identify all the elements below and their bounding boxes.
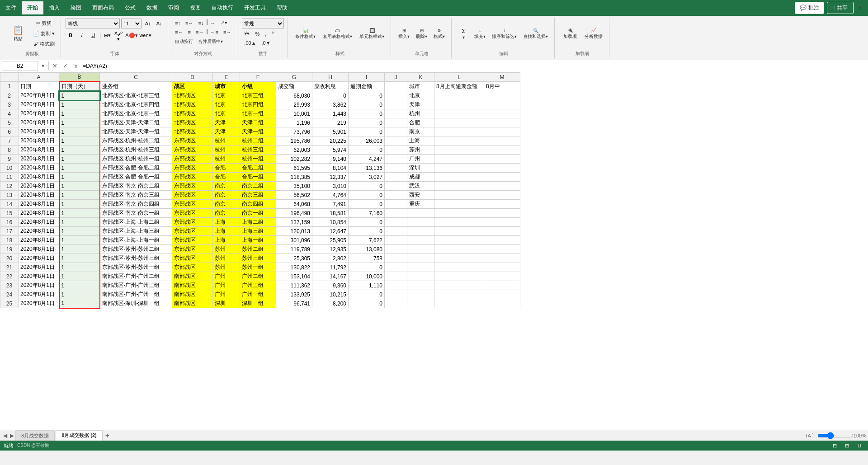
cell-J1[interactable] bbox=[385, 82, 407, 91]
cell-H11[interactable]: 12,337 bbox=[312, 173, 349, 182]
cell-A19[interactable]: 2020年8月1日 bbox=[19, 245, 59, 254]
cell-L10[interactable] bbox=[434, 164, 484, 173]
cell-G20[interactable]: 25,305 bbox=[276, 254, 312, 263]
text-direction-button[interactable]: ↔ bbox=[208, 19, 218, 27]
cell-L9[interactable] bbox=[434, 155, 484, 164]
cell-L8[interactable] bbox=[434, 146, 484, 155]
cell-I22[interactable]: 10,000 bbox=[349, 272, 385, 281]
cell-K12[interactable]: 武汉 bbox=[407, 182, 434, 191]
cell-B9[interactable]: 1 bbox=[59, 155, 100, 164]
tab-insert[interactable]: 插入 bbox=[43, 1, 65, 14]
cell-H15[interactable]: 18,581 bbox=[312, 209, 349, 218]
cell-M4[interactable] bbox=[484, 109, 520, 118]
cell-M5[interactable] bbox=[484, 118, 520, 127]
cell-D14[interactable]: 东部战区 bbox=[172, 200, 213, 209]
cell-D2[interactable]: 北部战区 bbox=[172, 91, 213, 100]
cell-E16[interactable]: 上海 bbox=[213, 218, 240, 227]
align-top-button[interactable]: ≡↑ bbox=[173, 19, 183, 27]
fill-button[interactable]: ↓ 填充▾ bbox=[472, 26, 488, 42]
cell-E25[interactable]: 深圳 bbox=[213, 299, 240, 308]
cell-L14[interactable] bbox=[434, 200, 484, 209]
cell-J10[interactable] bbox=[385, 164, 407, 173]
cell-K13[interactable]: 西安 bbox=[407, 191, 434, 200]
cell-J16[interactable] bbox=[385, 218, 407, 227]
cell-D20[interactable]: 东部战区 bbox=[172, 254, 213, 263]
cell-C15[interactable]: 东部战区-南京-南京一组 bbox=[100, 209, 172, 218]
cell-K9[interactable]: 广州 bbox=[407, 155, 434, 164]
font-size-increase-button[interactable]: A↑ bbox=[143, 19, 153, 28]
cell-C22[interactable]: 南部战区-广州-广州二组 bbox=[100, 272, 172, 281]
view-page-break-button[interactable]: ⊞ bbox=[843, 442, 851, 450]
cell-B22[interactable]: 1 bbox=[59, 272, 100, 281]
cell-K7[interactable]: 上海 bbox=[407, 136, 434, 146]
copy-button[interactable]: 📄 复制 ▾ bbox=[31, 29, 57, 38]
cell-B13[interactable]: 1 bbox=[59, 191, 100, 200]
increase-decimal-button[interactable]: .00▲ bbox=[242, 39, 258, 47]
cell-F21[interactable]: 苏州一组 bbox=[240, 263, 276, 272]
cell-E4[interactable]: 北京 bbox=[213, 109, 240, 118]
cell-D15[interactable]: 东部战区 bbox=[172, 209, 213, 218]
cell-L1[interactable]: 8月上旬逾期金额 bbox=[434, 82, 484, 91]
cell-L16[interactable] bbox=[434, 218, 484, 227]
cell-B19[interactable]: 1 bbox=[59, 245, 100, 254]
cell-H10[interactable]: 8,104 bbox=[312, 164, 349, 173]
cell-E9[interactable]: 杭州 bbox=[213, 155, 240, 164]
comma-style-button[interactable]: ⁹ bbox=[269, 29, 276, 38]
cell-G9[interactable]: 102,282 bbox=[276, 155, 312, 164]
cell-L18[interactable] bbox=[434, 236, 484, 245]
cell-D18[interactable]: 东部战区 bbox=[172, 236, 213, 245]
cell-A8[interactable]: 2020年8月1日 bbox=[19, 146, 59, 155]
cell-C10[interactable]: 东部战区-合肥-合肥二组 bbox=[100, 164, 172, 173]
cell-A20[interactable]: 2020年8月1日 bbox=[19, 254, 59, 263]
cell-D3[interactable]: 北部战区 bbox=[172, 100, 213, 109]
cell-J24[interactable] bbox=[385, 290, 407, 299]
cell-E12[interactable]: 南京 bbox=[213, 182, 240, 191]
align-bottom-button[interactable]: ≡↓ bbox=[196, 19, 206, 27]
find-select-button[interactable]: 🔍 查找和选择▾ bbox=[520, 26, 551, 42]
cell-J12[interactable] bbox=[385, 182, 407, 191]
cell-B15[interactable]: 1 bbox=[59, 209, 100, 218]
cell-G25[interactable]: 96,741 bbox=[276, 299, 312, 308]
cell-M18[interactable] bbox=[484, 236, 520, 245]
cell-M13[interactable] bbox=[484, 191, 520, 200]
cell-I11[interactable]: 3,027 bbox=[349, 173, 385, 182]
cell-E10[interactable]: 合肥 bbox=[213, 164, 240, 173]
cell-F12[interactable]: 南京二组 bbox=[240, 182, 276, 191]
cell-F24[interactable]: 广州一组 bbox=[240, 290, 276, 299]
cell-I12[interactable]: 0 bbox=[349, 182, 385, 191]
cell-A14[interactable]: 2020年8月1日 bbox=[19, 200, 59, 209]
cell-E22[interactable]: 广州 bbox=[213, 272, 240, 281]
cell-A4[interactable]: 2020年8月1日 bbox=[19, 109, 59, 118]
tab-page-layout[interactable]: 页面布局 bbox=[87, 1, 119, 14]
cell-F15[interactable]: 南京一组 bbox=[240, 209, 276, 218]
cell-A13[interactable]: 2020年8月1日 bbox=[19, 191, 59, 200]
cell-J18[interactable] bbox=[385, 236, 407, 245]
cell-H4[interactable]: 1,443 bbox=[312, 109, 349, 118]
cell-H16[interactable]: 10,854 bbox=[312, 218, 349, 227]
cell-E8[interactable]: 杭州 bbox=[213, 146, 240, 155]
cell-H8[interactable]: 5,974 bbox=[312, 146, 349, 155]
cell-F10[interactable]: 合肥二组 bbox=[240, 164, 276, 173]
cell-J19[interactable] bbox=[385, 245, 407, 254]
cell-L24[interactable] bbox=[434, 290, 484, 299]
cell-F25[interactable]: 深圳一组 bbox=[240, 299, 276, 308]
cell-M11[interactable] bbox=[484, 173, 520, 182]
sheet-tab-1[interactable]: 8月成交数据 bbox=[15, 430, 55, 441]
cell-H21[interactable]: 11,792 bbox=[312, 263, 349, 272]
cell-H2[interactable]: 0 bbox=[312, 91, 349, 100]
cell-reference-input[interactable] bbox=[2, 61, 38, 71]
col-header-J[interactable]: J bbox=[385, 73, 407, 82]
cell-E15[interactable]: 南京 bbox=[213, 209, 240, 218]
accounting-format-button[interactable]: ¥▾ bbox=[242, 29, 252, 38]
cell-D22[interactable]: 南部战区 bbox=[172, 272, 213, 281]
cell-H17[interactable]: 12,647 bbox=[312, 227, 349, 236]
cell-L19[interactable] bbox=[434, 245, 484, 254]
cell-D16[interactable]: 东部战区 bbox=[172, 218, 213, 227]
cell-K16[interactable] bbox=[407, 218, 434, 227]
cell-M6[interactable] bbox=[484, 127, 520, 136]
cell-style-button[interactable]: 🔲 单元格样式▾ bbox=[357, 26, 387, 42]
cell-H24[interactable]: 10,215 bbox=[312, 290, 349, 299]
cell-M3[interactable] bbox=[484, 100, 520, 109]
cell-C7[interactable]: 东部战区-杭州-杭州二组 bbox=[100, 136, 172, 146]
cell-D10[interactable]: 东部战区 bbox=[172, 164, 213, 173]
